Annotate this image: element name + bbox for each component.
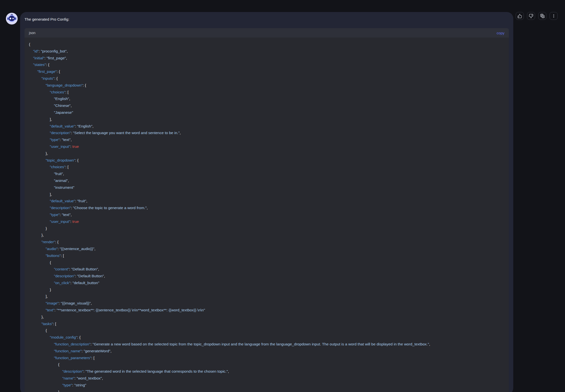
code-line: "module_config": { [29, 334, 504, 341]
code-line: "default_value": "fruit", [29, 197, 504, 204]
code-line: "animal", [29, 177, 504, 184]
code-line: "states": { [29, 61, 504, 68]
code-line: "first_page": { [29, 68, 504, 75]
code-line: "content": "Default Button", [29, 266, 504, 273]
code-line: "Japanese" [29, 109, 504, 116]
bot-avatar [6, 13, 18, 25]
chat-message-page: The generated Pro Config: json copy {"id… [0, 0, 565, 392]
code-line: { [29, 327, 504, 334]
code-line: "English", [29, 95, 504, 102]
code-line: "Chinese", [29, 102, 504, 109]
code-line: "type": "text", [29, 211, 504, 218]
code-line: "on_click": "default_button" [29, 280, 504, 286]
code-line: "user_input": true [29, 143, 504, 150]
code-line: ], [29, 116, 504, 123]
code-line: { [29, 41, 504, 48]
code-line: "tasks": [ [29, 321, 504, 327]
kebab-menu-icon [551, 14, 556, 18]
code-line: "inputs": { [29, 75, 504, 82]
code-line: "choices": [ [29, 164, 504, 170]
thumbs-up-icon [517, 14, 522, 18]
message-bubble: The generated Pro Config: json copy {"id… [20, 12, 513, 392]
code-line: }, [29, 314, 504, 321]
code-line: "function_description": "Generate a new … [29, 341, 504, 348]
code-line: "topic_dropdown": { [29, 157, 504, 164]
code-line: { [29, 259, 504, 266]
code-line: "name": "word_textbox", [29, 375, 504, 382]
code-line: "render": { [29, 238, 504, 245]
code-language-label: json [29, 31, 36, 35]
code-line: "instrument" [29, 184, 504, 191]
code-content: {"id": "proconfig_bot","initial": "first… [25, 38, 509, 392]
code-line: "description": "Select the language you … [29, 129, 504, 136]
code-line: "buttons": [ [29, 252, 504, 259]
code-line: "default_value": "English", [29, 123, 504, 130]
message-title: The generated Pro Config: [20, 12, 513, 22]
code-line: "audio": "{{sentence_audio}}", [29, 245, 504, 252]
code-line: "function_name": "generateWord", [29, 348, 504, 354]
thumbs-up-button[interactable] [516, 12, 524, 20]
more-options-button[interactable] [550, 12, 558, 20]
code-line: "language_dropdown": { [29, 82, 504, 89]
thumbs-down-icon [529, 14, 533, 18]
code-line: "type": "text", [29, 136, 504, 143]
code-line: }, [29, 232, 504, 238]
thumbs-down-button[interactable] [527, 12, 535, 20]
code-line: "user_input": true [29, 218, 504, 225]
code-line: } [29, 389, 504, 392]
code-line: "image": "{{image_visual}}", [29, 300, 504, 307]
robot-avatar-icon [6, 13, 18, 25]
code-line: "type": "string" [29, 382, 504, 389]
code-line: "id": "proconfig_bot", [29, 48, 504, 55]
code-line: "initial": "first_page", [29, 55, 504, 62]
code-line: "text": "**sentence_textbox**: {{sentenc… [29, 307, 504, 314]
code-line: }, [29, 150, 504, 157]
code-line: "description": "The generated word in th… [29, 368, 504, 375]
code-line: "description": "Choose the topic to gene… [29, 204, 504, 211]
code-line: "function_parameters": [ [29, 354, 504, 361]
code-line: ], [29, 293, 504, 300]
code-line: { [29, 361, 504, 368]
code-line: "choices": [ [29, 89, 504, 96]
code-block-header: json copy [25, 28, 509, 38]
code-line: ], [29, 191, 504, 198]
copy-button[interactable]: copy [496, 31, 504, 35]
translate-button[interactable] [538, 12, 546, 20]
code-block: json copy {"id": "proconfig_bot","initia… [25, 28, 509, 392]
code-line: "description": "Default Button", [29, 273, 504, 280]
message-actions [516, 12, 558, 20]
code-line: } [29, 286, 504, 293]
code-line: } [29, 225, 504, 232]
translate-icon [540, 14, 545, 18]
code-line: "fruit", [29, 170, 504, 177]
